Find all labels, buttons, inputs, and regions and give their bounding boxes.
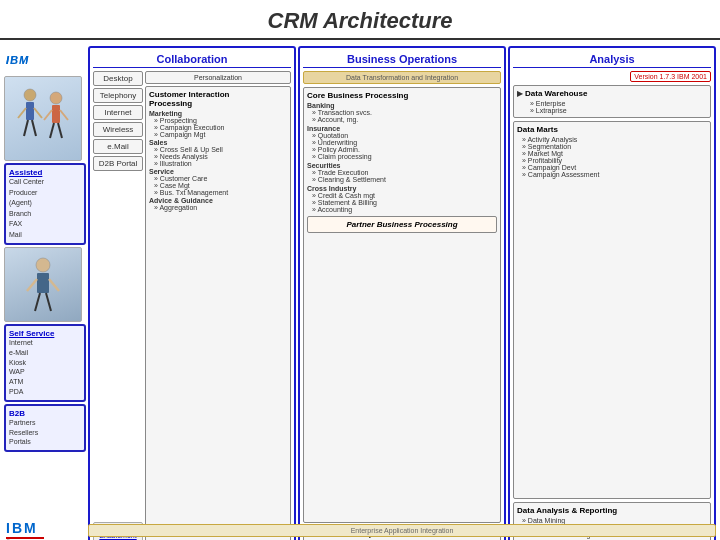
collaboration-column: Collaboration Desktop Telephony Internet… — [88, 46, 296, 540]
customer-interaction-box: Customer InteractionProcessing Marketing… — [145, 86, 291, 540]
people-image-bottom — [4, 247, 82, 322]
analysis-column: Analysis Version 1.7.3 IBM 2001 ▶ Data W… — [508, 46, 716, 540]
svg-rect-7 — [52, 105, 60, 123]
svg-line-9 — [60, 110, 68, 120]
channel-wireless: Wireless — [93, 122, 143, 137]
data-analysis-title: Data Analysis & Reporting — [517, 506, 707, 515]
banking-section: Banking » Transaction svcs. » Account, m… — [307, 102, 497, 123]
data-warehouse-box: ▶ Data Warehouse » Enterpise » Lxtrapris… — [513, 85, 711, 118]
advice-section: Advice & Guidance » Aggregation — [149, 197, 287, 211]
channel-list: Desktop Telephony Internet Wireless e.Ma… — [93, 71, 143, 540]
business-operations-column: Business Operations Data Transformation … — [298, 46, 506, 540]
page-header: CRM Architecture — [0, 0, 720, 40]
assisted-title: Assisted — [9, 168, 81, 177]
b2b-title: B2B — [9, 409, 81, 418]
version-badge: Version 1.7.3 IBM 2001 — [630, 71, 711, 82]
svg-line-17 — [46, 293, 51, 311]
svg-line-3 — [34, 108, 42, 118]
securities-section: Securities » Trade Execution » Clearing … — [307, 162, 497, 183]
svg-line-10 — [50, 123, 54, 138]
svg-line-11 — [58, 123, 62, 138]
self-service-box: Self Service Internet e-Mail Kiosk WAP A… — [4, 324, 86, 402]
ibm-logo-bottom: IBM ® — [4, 518, 86, 540]
core-business-box: Core Business Processing Banking » Trans… — [303, 87, 501, 523]
core-business-title: Core Business Processing — [307, 91, 497, 100]
data-marts-box: Data Marts » Activity Analysis » Segment… — [513, 121, 711, 499]
b2b-box: B2B Partners Resellers Portals — [4, 404, 86, 452]
page-title: CRM Architecture — [268, 8, 453, 33]
service-section: Service » Customer Care » Case Mgt » Bus… — [149, 168, 287, 196]
logo-area: IBM — [4, 46, 86, 74]
assisted-items: Call Center Producer (Agent) Branch FAX … — [9, 177, 81, 240]
svg-line-2 — [18, 108, 26, 118]
left-sidebar: IBM — [4, 46, 86, 540]
ibm-logo: IBM — [6, 54, 29, 66]
data-marts-title: Data Marts — [517, 125, 707, 134]
people-image-top — [4, 76, 82, 161]
svg-line-8 — [44, 110, 52, 120]
self-service-items: Internet e-Mail Kiosk WAP ATM PDA — [9, 338, 81, 397]
assisted-channel-box: Assisted Call Center Producer (Agent) Br… — [4, 163, 86, 245]
self-service-title: Self Service — [9, 329, 81, 338]
eai-bar: Enterprise Application Integration — [88, 524, 716, 537]
channel-desktop: Desktop — [93, 71, 143, 86]
svg-point-0 — [24, 89, 36, 101]
channel-internet: Internet — [93, 105, 143, 120]
b2b-items: Partners Resellers Portals — [9, 418, 81, 447]
svg-line-15 — [49, 279, 59, 291]
partner-business-box: Partner Business Processing — [307, 216, 497, 233]
svg-line-14 — [27, 279, 37, 291]
marketing-section: Marketing » Prospecting » Campaign Execu… — [149, 110, 287, 138]
arch-columns: Collaboration Desktop Telephony Internet… — [88, 46, 716, 540]
svg-rect-1 — [26, 102, 34, 120]
svg-line-5 — [32, 120, 36, 136]
svg-line-4 — [24, 120, 28, 136]
insurance-section: Insurance » Quotation » Underwriting » P… — [307, 125, 497, 160]
cross-industry-section: Cross Industry » Credit & Cash mgt » Sta… — [307, 185, 497, 213]
cip-title: Customer InteractionProcessing — [149, 90, 287, 108]
svg-line-16 — [35, 293, 40, 311]
channel-email: e.Mail — [93, 139, 143, 154]
svg-point-12 — [36, 258, 50, 272]
collab-header: Collaboration — [93, 51, 291, 68]
analysis-header: Analysis — [513, 51, 711, 68]
channel-d2b: D2B Portal — [93, 156, 143, 171]
personalization-box: Personalization — [145, 71, 291, 84]
data-warehouse-title: Data Warehouse — [525, 89, 587, 98]
svg-rect-13 — [37, 273, 49, 293]
channel-telephony: Telephony — [93, 88, 143, 103]
svg-point-6 — [50, 92, 62, 104]
sales-section: Sales » Cross Sell & Up Sell » Needs Ana… — [149, 139, 287, 167]
data-transform-bar: Data Transformation and Integration — [303, 71, 501, 84]
biz-ops-header: Business Operations — [303, 51, 501, 68]
